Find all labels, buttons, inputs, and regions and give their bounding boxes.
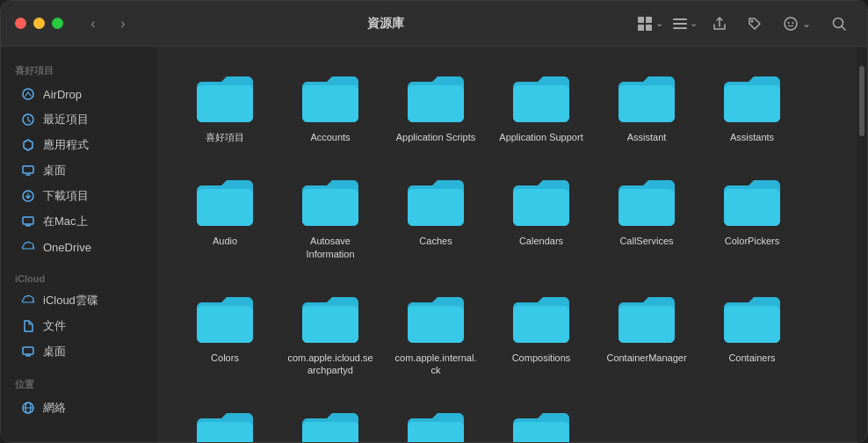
file-item-compositions[interactable]: Compositions bbox=[493, 285, 590, 384]
file-item-containermanager[interactable]: ContainerManager bbox=[598, 285, 695, 384]
file-item-colors[interactable]: Colors bbox=[177, 285, 273, 384]
sidebar-section-location: 位置 bbox=[1, 371, 158, 395]
window-title: 資源庫 bbox=[146, 16, 625, 32]
file-item-autosave[interactable]: Autosave Information bbox=[282, 168, 379, 267]
sidebar-item-label-documents: 文件 bbox=[43, 318, 66, 334]
file-item-more4[interactable] bbox=[493, 401, 590, 442]
file-label-audio: Audio bbox=[213, 235, 237, 247]
maximize-button[interactable] bbox=[52, 18, 63, 29]
file-label-autosave: Autosave Information bbox=[287, 235, 373, 260]
file-item-calendars[interactable]: Calendars bbox=[493, 168, 590, 267]
file-item-accounts[interactable]: Accounts bbox=[282, 64, 379, 150]
file-label-containermanager: ContainerManager bbox=[606, 352, 686, 364]
file-label-accounts: Accounts bbox=[310, 131, 350, 143]
file-label-searchpartyd: com.apple.icloud.searchpartyd bbox=[287, 352, 373, 377]
airdrop-icon bbox=[20, 86, 36, 102]
file-item-app-scripts[interactable]: Application Scripts bbox=[387, 64, 484, 150]
svg-rect-0 bbox=[638, 17, 644, 23]
sidebar-item-icloud-drive[interactable]: iCloud雲碟 bbox=[6, 288, 153, 313]
file-item-internal[interactable]: com.apple.internal.ck bbox=[387, 285, 484, 384]
back-button[interactable]: ‹ bbox=[81, 11, 105, 36]
file-item-more3[interactable] bbox=[387, 401, 484, 442]
sidebar-item-label-downloads: 下載項目 bbox=[43, 188, 89, 204]
close-button[interactable] bbox=[15, 18, 26, 29]
documents-icon bbox=[20, 318, 36, 334]
sidebar: 喜好項目 AirDrop 最近項目 應用程式 bbox=[1, 47, 159, 442]
folder-icon-more4 bbox=[510, 408, 573, 442]
folder-icon-containermanager bbox=[615, 292, 678, 345]
folder-icon-more2 bbox=[299, 408, 362, 442]
file-label-app-scripts: Application Scripts bbox=[396, 131, 476, 143]
svg-rect-3 bbox=[646, 25, 652, 31]
folder-icon-colorpickers bbox=[720, 175, 784, 228]
file-item-more1[interactable] bbox=[177, 401, 273, 442]
sidebar-item-label-desktop-icloud: 桌面 bbox=[43, 344, 66, 359]
sidebar-item-onmac[interactable]: 在Mac上 bbox=[6, 209, 153, 234]
file-item-audio[interactable]: Audio bbox=[177, 168, 273, 267]
folder-icon-accounts bbox=[299, 71, 362, 124]
sidebar-item-label-desktop: 桌面 bbox=[43, 163, 66, 178]
svg-rect-21 bbox=[25, 355, 31, 357]
file-item-assistant[interactable]: Assistant bbox=[598, 64, 695, 150]
view-grid-button[interactable]: ⌄ bbox=[635, 10, 663, 38]
desktop-icon bbox=[20, 163, 36, 178]
file-label-compositions: Compositions bbox=[512, 352, 571, 364]
sidebar-item-applications[interactable]: 應用程式 bbox=[6, 133, 153, 157]
svg-point-9 bbox=[788, 22, 790, 24]
sidebar-item-desktop-icloud[interactable]: 桌面 bbox=[6, 339, 153, 364]
file-item-colorpickers[interactable]: ColorPickers bbox=[704, 168, 800, 267]
tag-button[interactable] bbox=[741, 10, 769, 38]
folder-icon-assistants bbox=[720, 71, 784, 124]
folder-icon-more3 bbox=[404, 408, 467, 442]
file-item-xihao[interactable]: 喜好項目 bbox=[177, 64, 273, 150]
file-item-assistants[interactable]: Assistants bbox=[704, 64, 800, 150]
scrollbar-thumb[interactable] bbox=[859, 66, 864, 136]
sidebar-item-network[interactable]: 網絡 bbox=[6, 396, 153, 420]
file-label-caches: Caches bbox=[419, 235, 452, 247]
svg-point-10 bbox=[792, 22, 794, 24]
file-item-callservices[interactable]: CallServices bbox=[598, 168, 695, 267]
file-label-internal: com.apple.internal.ck bbox=[393, 352, 479, 377]
sidebar-item-label-applications: 應用程式 bbox=[43, 137, 89, 153]
sidebar-item-airdrop[interactable]: AirDrop bbox=[6, 82, 153, 106]
sidebar-item-downloads[interactable]: 下載項目 bbox=[6, 184, 153, 208]
sidebar-section-favorites: 喜好項目 bbox=[1, 57, 158, 81]
file-item-searchpartyd[interactable]: com.apple.icloud.searchpartyd bbox=[282, 285, 379, 384]
file-item-caches[interactable]: Caches bbox=[387, 168, 484, 267]
content-area: 喜好項目 AirDrop 最近項目 應用程式 bbox=[1, 47, 867, 442]
file-grid-area: 喜好項目 Accounts bbox=[159, 47, 857, 442]
sidebar-item-label-recents: 最近項目 bbox=[43, 112, 89, 127]
file-item-containers[interactable]: Containers bbox=[704, 285, 800, 384]
forward-button[interactable]: › bbox=[111, 11, 135, 36]
folder-icon-app-scripts bbox=[404, 71, 467, 124]
folder-icon-compositions bbox=[510, 292, 573, 345]
downloads-icon bbox=[20, 188, 36, 204]
minimize-button[interactable] bbox=[33, 18, 45, 29]
sidebar-item-documents[interactable]: 文件 bbox=[6, 314, 153, 338]
sidebar-section-icloud: iCloud bbox=[1, 266, 158, 287]
svg-rect-15 bbox=[23, 166, 33, 173]
share-button[interactable] bbox=[705, 10, 734, 38]
onmac-icon bbox=[20, 214, 36, 229]
folder-icon-assistant bbox=[615, 71, 678, 124]
action-button[interactable]: ⌄ bbox=[776, 10, 818, 38]
smiley-icon bbox=[783, 16, 799, 32]
file-label-callservices: CallServices bbox=[619, 235, 673, 247]
scrollbar-track[interactable] bbox=[857, 47, 867, 442]
view-options-icon bbox=[671, 15, 689, 33]
sidebar-item-recents[interactable]: 最近項目 bbox=[6, 107, 153, 132]
file-item-more2[interactable] bbox=[282, 401, 379, 442]
svg-rect-18 bbox=[23, 217, 33, 224]
folder-icon-searchpartyd bbox=[299, 292, 362, 345]
file-label-assistant: Assistant bbox=[627, 131, 667, 143]
sidebar-item-onedrive[interactable]: OneDrive bbox=[6, 235, 153, 259]
back-icon: ‹ bbox=[90, 16, 95, 32]
file-label-assistants: Assistants bbox=[730, 131, 774, 143]
folder-icon-audio bbox=[193, 175, 257, 228]
folder-icon-containers bbox=[720, 292, 784, 345]
search-button[interactable] bbox=[825, 10, 853, 38]
sidebar-item-desktop[interactable]: 桌面 bbox=[6, 158, 153, 183]
file-item-app-support[interactable]: Application Support bbox=[493, 64, 590, 150]
desktop-icloud-icon bbox=[20, 344, 36, 359]
view-options-button[interactable]: ⌄ bbox=[670, 10, 698, 38]
